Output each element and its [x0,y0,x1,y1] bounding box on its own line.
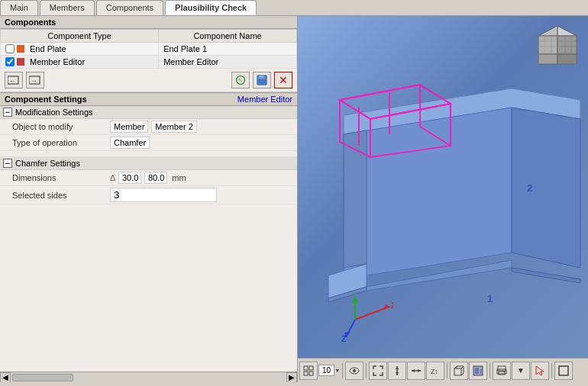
row0-checkbox[interactable] [5,44,15,53]
vt-fullscreen-btn[interactable] [554,362,573,380]
vt-eye-btn[interactable] [345,362,363,380]
dim2-input[interactable]: 80.0 [144,172,167,184]
svg-rect-67 [475,368,479,374]
row0-type-cell: End Plate [1,43,159,56]
svg-text:X: X [391,301,393,310]
collapse-chamfer-icon[interactable]: − [3,159,12,168]
type-of-operation-value: Chamfer [107,135,297,150]
selected-sides-row: Selected sides [0,186,297,204]
svg-text:Y: Y [351,293,357,298]
sep5 [551,363,552,378]
scroll-right-arrow[interactable]: ▶ [286,372,297,383]
left-panel: Components Component Type Component Name… [0,16,298,382]
svg-text:→: → [31,77,37,85]
components-table: Component Type Component Name End Plate … [0,29,297,69]
settings-title: Component Settings [5,95,87,104]
row1-type-cell: Member Editor [1,56,159,69]
svg-marker-73 [536,366,544,375]
svg-rect-7 [259,76,263,79]
vt-print-btn[interactable] [493,362,511,380]
svg-rect-51 [309,366,313,370]
object-val2: Member 2 [151,121,197,133]
svg-marker-42 [384,304,389,310]
components-section-header: Components [0,16,297,29]
svg-rect-8 [258,79,267,84]
svg-point-55 [353,369,356,372]
svg-marker-60 [412,369,415,372]
svg-rect-50 [304,366,308,370]
svg-text:1: 1 [487,293,493,304]
viewport-3d[interactable]: 4 2 1 X Y Z [298,16,588,382]
tab-components[interactable]: Components [96,0,163,15]
tab-plausibility-check[interactable]: Plausibility Check [165,0,257,15]
move-left-btn[interactable]: ← [5,72,23,88]
tab-members[interactable]: Members [40,0,95,15]
collapse-modification-icon[interactable]: − [3,108,12,117]
row1-color-icon [17,58,24,66]
sep3 [447,363,447,378]
vt-cursor-btn[interactable] [531,362,549,380]
row0-name-cell: End Plate 1 [159,43,297,56]
right-panel: 4 2 1 X Y Z [298,16,588,382]
type-of-operation-row: Type of operation Chamfer [0,135,297,151]
svg-text:✎: ✎ [238,78,243,83]
vt-zoom-y-btn[interactable] [388,362,406,380]
object-to-modify-value: Member Member 2 [107,119,297,134]
selected-sides-input[interactable] [110,188,217,202]
scroll-left-arrow[interactable]: ◀ [0,372,11,383]
svg-rect-69 [498,366,506,371]
table-row: End Plate End Plate 1 [1,43,297,56]
table-row: Member Editor Member Editor [1,56,297,69]
svg-text:←: ← [9,77,16,85]
dimensions-row: Dimensions Δ 30.0 80.0 mm [0,170,297,186]
scroll-thumb[interactable] [12,374,73,381]
modification-settings-group[interactable]: − Modification Settings [0,106,297,119]
save-btn[interactable] [253,72,271,88]
row0-type-label: End Plate [30,44,66,53]
viewport-toolbar: 10 ▼ Z↕ [298,358,588,382]
svg-marker-30 [344,130,367,268]
components-toolbar: ← → ✎ ✕ [0,69,297,92]
axis-indicator: X Y Z [340,293,393,344]
row0-color-icon [17,45,24,53]
edit-btn[interactable]: ✎ [231,72,250,88]
svg-marker-61 [418,369,421,372]
col-type-header: Component Type [1,30,159,43]
svg-line-41 [355,307,389,320]
vt-fit-btn[interactable] [369,362,387,380]
svg-rect-52 [304,372,308,375]
vt-box-btn[interactable] [450,362,468,380]
row1-type-label: Member Editor [30,57,85,66]
row1-checkbox[interactable] [5,57,15,66]
svg-rect-63 [454,368,461,375]
settings-header: Component Settings Member Editor [0,92,297,106]
horizontal-scrollbar[interactable]: ◀ ▶ [0,372,297,382]
vt-render-btn[interactable] [469,362,487,380]
settings-subtitle: Member Editor [237,95,292,104]
svg-rect-53 [309,372,313,375]
vt-zoom-x-btn[interactable] [407,362,425,380]
svg-point-72 [503,371,505,372]
vt-level-num: 10 [318,365,334,376]
vt-dropdown-btn[interactable]: ▼ [512,362,530,380]
svg-marker-58 [396,372,399,375]
svg-marker-45 [352,297,358,303]
dim1-input[interactable]: 30.0 [118,172,141,184]
tab-main[interactable]: Main [0,0,38,15]
vt-level-arrow[interactable]: ▼ [334,368,340,373]
delete-btn[interactable]: ✕ [274,72,292,88]
sep4 [489,363,490,378]
delta-symbol: Δ [110,173,115,182]
vt-zoom-z-btn[interactable]: Z↕ [426,362,444,380]
move-right-btn[interactable]: → [26,72,44,88]
svg-text:2: 2 [527,182,532,194]
vt-level-dropdown[interactable]: 10 ▼ [318,365,340,376]
row1-name-cell: Member Editor [159,56,297,69]
dimensions-label: Dimensions [0,170,107,185]
dimensions-value: Δ 30.0 80.0 mm [107,170,297,185]
operation-val1: Chamfer [110,137,150,149]
type-of-operation-label: Type of operation [0,135,107,150]
chamfer-settings-group[interactable]: − Chamfer Settings [0,157,297,170]
vt-grid-btn[interactable] [299,362,318,380]
main-container: Components Component Type Component Name… [0,16,588,382]
